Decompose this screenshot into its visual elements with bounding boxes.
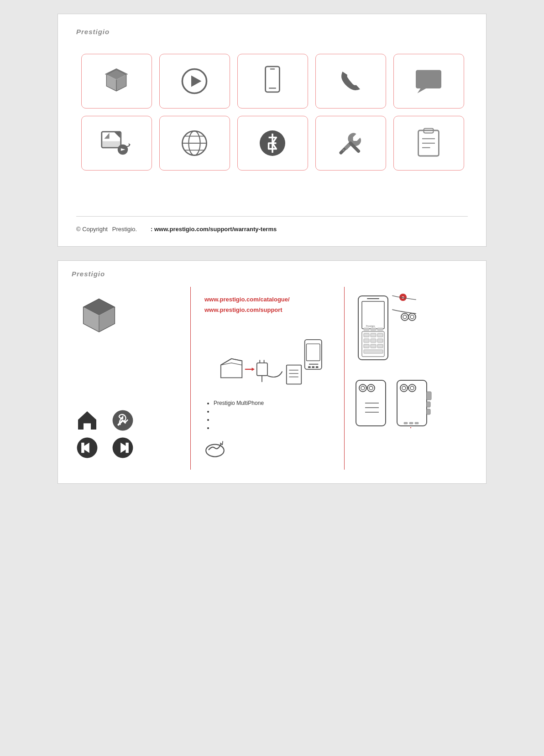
svg-point-64 bbox=[206, 445, 224, 457]
svg-point-90 bbox=[367, 384, 375, 392]
call-icon bbox=[335, 65, 366, 97]
device-back-view bbox=[354, 378, 390, 430]
page2-box-icon bbox=[76, 296, 122, 332]
svg-point-99 bbox=[410, 386, 414, 390]
bullet-phone: Prestigio MultiPhone bbox=[214, 400, 330, 406]
warranty-link[interactable]: : www.prestigio.com/support/warranty-ter… bbox=[151, 226, 277, 233]
forward-icon bbox=[112, 437, 134, 459]
media-icon bbox=[100, 127, 132, 159]
web-icon-cell bbox=[159, 116, 230, 171]
svg-point-89 bbox=[361, 386, 365, 390]
box-icon bbox=[100, 65, 132, 97]
device-icon bbox=[256, 65, 288, 97]
call-icon-cell bbox=[315, 54, 386, 109]
warranty-icon-svg bbox=[204, 438, 230, 459]
brand-text: Prestigio. bbox=[112, 226, 137, 233]
warranty-section bbox=[204, 438, 330, 461]
box-icon-cell bbox=[81, 54, 152, 109]
tools-icon bbox=[335, 127, 366, 159]
svg-marker-49 bbox=[252, 368, 255, 371]
device-diagram-row1: Prestigio ο bbox=[354, 291, 468, 366]
message-icon bbox=[413, 65, 445, 97]
annotations-right: ο bbox=[399, 294, 418, 324]
package-contents-list: Prestigio MultiPhone bbox=[204, 400, 330, 431]
svg-marker-14 bbox=[104, 133, 109, 139]
svg-point-91 bbox=[369, 386, 373, 390]
back-icon bbox=[76, 437, 98, 459]
svg-rect-54 bbox=[287, 365, 302, 384]
page2-right-col: Prestigio ο bbox=[345, 287, 472, 470]
icon-row-2 bbox=[76, 116, 469, 171]
svg-rect-40 bbox=[84, 423, 91, 430]
svg-rect-80 bbox=[364, 328, 369, 331]
device-front-view: Prestigio bbox=[354, 291, 395, 366]
svg-rect-74 bbox=[377, 339, 383, 342]
device-diagrams: Prestigio ο bbox=[354, 291, 468, 430]
annotation-lines bbox=[390, 289, 422, 330]
svg-rect-102 bbox=[427, 409, 430, 414]
bluetooth-icon-cell bbox=[237, 116, 308, 171]
page-2: Prestigio bbox=[58, 260, 486, 484]
tools-icon-cell bbox=[315, 116, 386, 171]
svg-point-98 bbox=[408, 384, 416, 392]
svg-rect-62 bbox=[312, 366, 315, 368]
icon-grid bbox=[76, 54, 469, 171]
device-icon-cell bbox=[237, 54, 308, 109]
tools-nav-icon-svg bbox=[112, 409, 134, 431]
page-footer: © Copyright Prestigio. : www.prestigio.c… bbox=[76, 216, 468, 233]
notes-icon-cell bbox=[393, 116, 464, 171]
page2-body: www.prestigio.com/catalogue/ www.prestig… bbox=[72, 287, 472, 470]
svg-rect-75 bbox=[364, 344, 369, 348]
bluetooth-icon bbox=[256, 127, 288, 159]
svg-marker-12 bbox=[418, 88, 426, 93]
svg-rect-70 bbox=[371, 333, 376, 337]
icon-row-1 bbox=[76, 54, 469, 109]
device-side-svg bbox=[395, 378, 436, 428]
support-link[interactable]: www.prestigio.com/support bbox=[204, 306, 330, 313]
svg-point-27 bbox=[343, 149, 345, 151]
bullet-3 bbox=[214, 416, 330, 423]
device-diagram-row2 bbox=[354, 378, 468, 430]
svg-rect-78 bbox=[364, 350, 383, 353]
page1-logo: Prestigio bbox=[76, 28, 468, 36]
svg-rect-82 bbox=[377, 328, 383, 331]
home-icon bbox=[76, 409, 98, 431]
nav-row-1 bbox=[76, 409, 134, 433]
catalog-link[interactable]: www.prestigio.com/catalogue/ bbox=[204, 296, 330, 303]
device-front-svg: Prestigio bbox=[354, 291, 395, 364]
nav-row-2 bbox=[76, 437, 134, 461]
back-nav-icon[interactable] bbox=[76, 437, 98, 461]
svg-rect-61 bbox=[308, 366, 311, 368]
web-icon bbox=[178, 127, 210, 159]
play-icon bbox=[178, 65, 210, 97]
media-icon-cell bbox=[81, 116, 152, 171]
svg-point-88 bbox=[359, 384, 366, 392]
tools-nav-icon[interactable] bbox=[112, 409, 134, 433]
device-side-view bbox=[395, 378, 436, 430]
svg-rect-59 bbox=[306, 344, 320, 361]
svg-rect-11 bbox=[416, 70, 441, 89]
svg-rect-63 bbox=[316, 366, 319, 368]
svg-rect-72 bbox=[364, 339, 369, 342]
svg-rect-73 bbox=[371, 339, 376, 342]
svg-rect-81 bbox=[371, 328, 376, 331]
svg-rect-76 bbox=[371, 344, 376, 348]
svg-rect-100 bbox=[427, 392, 431, 400]
svg-rect-71 bbox=[377, 333, 383, 337]
bullet-2 bbox=[214, 408, 330, 414]
box-contents-illustration bbox=[204, 322, 330, 391]
device-back-svg bbox=[354, 378, 390, 428]
svg-rect-104 bbox=[409, 422, 413, 424]
svg-rect-77 bbox=[377, 344, 383, 348]
page2-box-section bbox=[76, 296, 122, 334]
svg-text:Prestigio: Prestigio bbox=[366, 325, 375, 327]
svg-rect-103 bbox=[404, 422, 408, 424]
page-1: Prestigio bbox=[58, 14, 486, 247]
svg-rect-48 bbox=[126, 443, 128, 453]
home-nav-icon[interactable] bbox=[76, 409, 98, 433]
page2-logo: Prestigio bbox=[72, 270, 472, 278]
bullet-4 bbox=[214, 425, 330, 431]
svg-point-97 bbox=[402, 386, 406, 390]
page2-left-col bbox=[72, 287, 190, 470]
forward-nav-icon[interactable] bbox=[112, 437, 134, 461]
